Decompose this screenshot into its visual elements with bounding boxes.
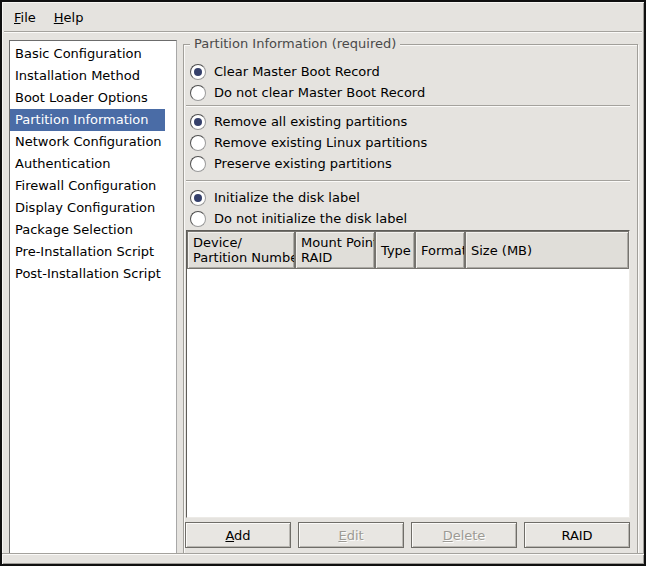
column-header-line: Type (381, 243, 409, 258)
sidebar-item-display-configuration[interactable]: Display Configuration (10, 197, 165, 219)
radio-label: Initialize the disk label (214, 190, 360, 205)
radio-remove-linux-partitions[interactable]: Remove existing Linux partitions (186, 133, 427, 152)
delete-button[interactable]: Delete (411, 522, 517, 548)
partition-table-body[interactable] (187, 269, 629, 517)
add-button-label: Add (225, 528, 250, 543)
radio-label: Remove all existing partitions (214, 114, 407, 129)
column-header-line: RAID (301, 250, 369, 265)
partition-table-header: Device/ Partition Number Mount Point/ RA… (187, 231, 629, 269)
column-header-size[interactable]: Size (MB) (465, 231, 629, 269)
menu-help[interactable]: Help (45, 6, 93, 29)
partition-table[interactable]: Device/ Partition Number Mount Point/ RA… (186, 230, 630, 518)
radio-button-icon (190, 114, 206, 130)
radio-clear-mbr[interactable]: Clear Master Boot Record (186, 62, 380, 81)
bottom-separator (2, 553, 644, 555)
group-separator (186, 105, 630, 107)
column-header-device[interactable]: Device/ Partition Number (187, 231, 295, 269)
radio-remove-all-partitions[interactable]: Remove all existing partitions (186, 112, 407, 131)
radio-button-icon (190, 211, 206, 227)
radio-initialize-disk-label[interactable]: Initialize the disk label (186, 188, 360, 207)
sidebar-item-boot-loader-options[interactable]: Boot Loader Options (10, 87, 165, 109)
column-header-mount-point[interactable]: Mount Point/ RAID (295, 231, 375, 269)
sidebar-item-package-selection[interactable]: Package Selection (10, 219, 165, 241)
radio-button-icon (190, 135, 206, 151)
raid-button-label: RAID (561, 528, 592, 543)
radio-preserve-partitions[interactable]: Preserve existing partitions (186, 154, 392, 173)
sidebar-item-authentication[interactable]: Authentication (10, 153, 165, 175)
sidebar-item-partition-information[interactable]: Partition Information (10, 109, 165, 131)
frame-title: Partition Information (required) (190, 36, 400, 51)
sidebar-item-installation-method[interactable]: Installation Method (10, 65, 165, 87)
category-list[interactable]: Basic Configuration Installation Method … (9, 40, 177, 554)
column-header-type[interactable]: Type (375, 231, 415, 269)
sidebar-item-firewall-configuration[interactable]: Firewall Configuration (10, 175, 165, 197)
sidebar-item-basic-configuration[interactable]: Basic Configuration (10, 43, 165, 65)
sidebar-item-pre-installation-script[interactable]: Pre-Installation Script (10, 241, 165, 263)
edit-button-label: Edit (338, 528, 363, 543)
radio-do-not-initialize-disk-label[interactable]: Do not initialize the disk label (186, 209, 407, 228)
raid-button[interactable]: RAID (524, 522, 630, 548)
menubar: File Help (4, 4, 642, 30)
column-header-line: Partition Number (193, 250, 289, 265)
column-header-line: Mount Point/ (301, 235, 369, 250)
menu-file[interactable]: File (5, 6, 45, 29)
radio-label: Do not clear Master Boot Record (214, 85, 425, 100)
column-header-line: Device/ (193, 235, 289, 250)
column-header-line: Format (421, 243, 459, 258)
radio-label: Do not initialize the disk label (214, 211, 407, 226)
group-separator (186, 180, 630, 182)
delete-button-label: Delete (443, 528, 486, 543)
edit-button[interactable]: Edit (298, 522, 404, 548)
radio-label: Remove existing Linux partitions (214, 135, 427, 150)
radio-label: Clear Master Boot Record (214, 64, 380, 79)
radio-button-icon (190, 85, 206, 101)
menubar-separator (4, 31, 642, 33)
radio-label: Preserve existing partitions (214, 156, 392, 171)
sidebar-item-post-installation-script[interactable]: Post-Installation Script (10, 263, 165, 285)
radio-do-not-clear-mbr[interactable]: Do not clear Master Boot Record (186, 83, 425, 102)
partition-actions: Add Edit Delete RAID (185, 522, 630, 548)
add-button[interactable]: Add (185, 522, 291, 548)
radio-button-icon (190, 64, 206, 80)
sidebar-item-network-configuration[interactable]: Network Configuration (10, 131, 165, 153)
radio-button-icon (190, 156, 206, 172)
kickstart-configurator-window: File Help Basic Configuration Installati… (0, 0, 646, 566)
radio-button-icon (190, 190, 206, 206)
column-header-format[interactable]: Format (415, 231, 465, 269)
column-header-line: Size (MB) (471, 243, 623, 258)
